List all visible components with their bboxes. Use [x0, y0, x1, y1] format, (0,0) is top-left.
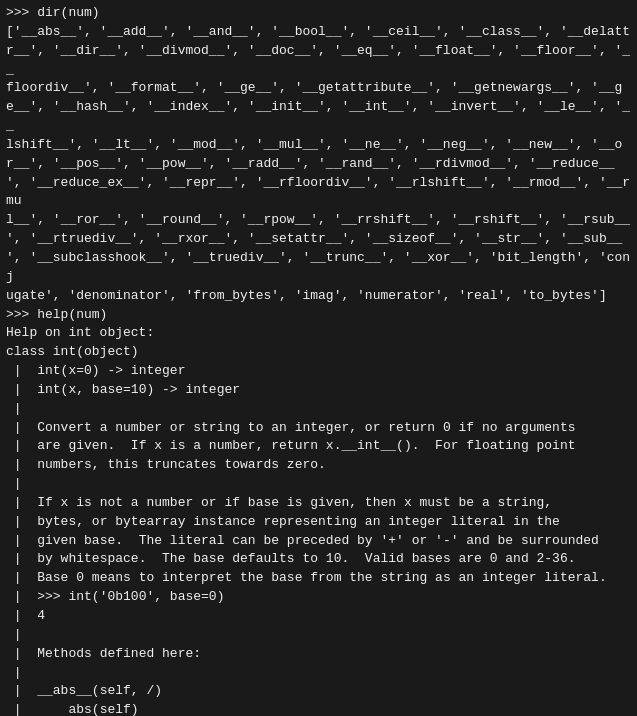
terminal-line: | given base. The literal can be precede…	[6, 532, 631, 551]
terminal-line: | Methods defined here:	[6, 645, 631, 664]
terminal-line: lshift__', '__lt__', '__mod__', '__mul__…	[6, 136, 631, 155]
terminal-line: | Convert a number or string to an integ…	[6, 419, 631, 438]
terminal-line: >>> dir(num)	[6, 4, 631, 23]
terminal-line: |	[6, 400, 631, 419]
terminal-line: | >>> int('0b100', base=0)	[6, 588, 631, 607]
terminal-line: | 4	[6, 607, 631, 626]
terminal-line: Help on int object:	[6, 324, 631, 343]
terminal-line: ugate', 'denominator', 'from_bytes', 'im…	[6, 287, 631, 306]
terminal-line: | __abs__(self, /)	[6, 682, 631, 701]
terminal-line: | If x is not a number or if base is giv…	[6, 494, 631, 513]
terminal-line: |	[6, 626, 631, 645]
terminal-line: | bytes, or bytearray instance represent…	[6, 513, 631, 532]
terminal-line: | int(x, base=10) -> integer	[6, 381, 631, 400]
terminal-line: |	[6, 664, 631, 683]
terminal-line: ['__abs__', '__add__', '__and__', '__boo…	[6, 23, 631, 42]
terminal-line: |	[6, 475, 631, 494]
terminal-line: | are given. If x is a number, return x.…	[6, 437, 631, 456]
terminal-line: | Base 0 means to interpret the base fro…	[6, 569, 631, 588]
terminal-line: r__', '__dir__', '__divmod__', '__doc__'…	[6, 42, 631, 80]
terminal-line: | int(x=0) -> integer	[6, 362, 631, 381]
terminal-line: ', '__rtruediv__', '__rxor__', '__setatt…	[6, 230, 631, 249]
terminal-window[interactable]: >>> dir(num)['__abs__', '__add__', '__an…	[0, 0, 637, 716]
terminal-line: | numbers, this truncates towards zero.	[6, 456, 631, 475]
terminal-line: r__', '__pos__', '__pow__', '__radd__', …	[6, 155, 631, 174]
terminal-line: l__', '__ror__', '__round__', '__rpow__'…	[6, 211, 631, 230]
terminal-line: | abs(self)	[6, 701, 631, 716]
terminal-line: | by whitespace. The base defaults to 10…	[6, 550, 631, 569]
terminal-line: ', '__subclasshook__', '__truediv__', '_…	[6, 249, 631, 287]
terminal-line: class int(object)	[6, 343, 631, 362]
terminal-line: ', '__reduce_ex__', '__repr__', '__rfloo…	[6, 174, 631, 212]
terminal-line: e__', '__hash__', '__index__', '__init__…	[6, 98, 631, 136]
terminal-line: floordiv__', '__format__', '__ge__', '__…	[6, 79, 631, 98]
terminal-line: >>> help(num)	[6, 306, 631, 325]
